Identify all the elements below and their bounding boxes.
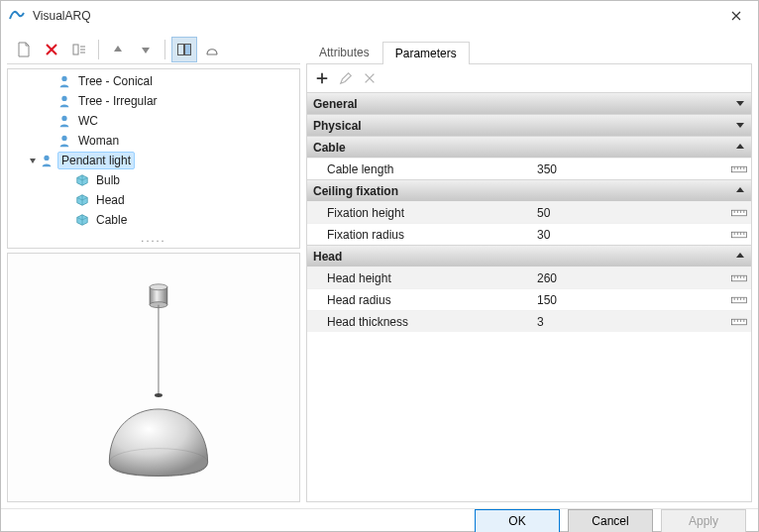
- left-panel: Tree - ConicalTree - IrregularWCWomanPen…: [7, 35, 300, 502]
- cube-icon: [75, 213, 89, 227]
- parameter-row[interactable]: Head height260: [307, 266, 751, 288]
- toolbar-separator: [98, 40, 99, 59]
- group-label: Cable: [313, 141, 346, 155]
- preview-viewport[interactable]: [7, 253, 300, 502]
- parameter-name: Head radius: [307, 293, 537, 307]
- app-window: VisualARQ: [0, 0, 759, 532]
- svg-rect-16: [731, 232, 746, 238]
- tree-item-label: Cable: [93, 212, 130, 228]
- tab-bar: Attributes Parameters: [306, 39, 752, 64]
- tab-attributes[interactable]: Attributes: [306, 41, 382, 63]
- window-close-button[interactable]: [714, 1, 758, 31]
- parameter-value[interactable]: 350: [537, 162, 727, 176]
- expand-arrow-icon[interactable]: [61, 213, 75, 227]
- edit-parameter-button[interactable]: [335, 67, 357, 89]
- svg-rect-2: [185, 44, 191, 54]
- tree-item-label: Tree - Irregular: [75, 93, 161, 109]
- parameter-name: Head thickness: [307, 315, 537, 329]
- parameter-group-header[interactable]: Physical: [307, 114, 751, 136]
- parameter-value[interactable]: 150: [537, 293, 727, 307]
- tree-item[interactable]: Woman: [8, 131, 299, 151]
- expand-arrow-icon[interactable]: [61, 193, 75, 207]
- svg-rect-18: [731, 297, 746, 303]
- caret-up-icon: [735, 141, 745, 155]
- expand-arrow-icon[interactable]: [44, 114, 57, 128]
- delete-parameter-button[interactable]: [359, 67, 380, 89]
- svg-rect-17: [731, 275, 746, 281]
- parameter-row[interactable]: Head thickness3: [307, 310, 751, 332]
- svg-point-7: [44, 156, 49, 160]
- new-button[interactable]: [11, 37, 37, 62]
- add-parameter-button[interactable]: [311, 67, 333, 89]
- tab-parameters[interactable]: Parameters: [382, 42, 470, 64]
- expand-arrow-icon[interactable]: [44, 134, 57, 148]
- svg-point-6: [61, 136, 66, 141]
- parameter-row[interactable]: Head radius150: [307, 288, 751, 310]
- tree-ellipsis: .....: [8, 232, 299, 244]
- ok-button[interactable]: OK: [475, 509, 560, 532]
- caret-down-icon: [735, 119, 745, 133]
- preview-toggle-button[interactable]: [171, 37, 197, 62]
- parameter-row[interactable]: Fixation height50: [307, 201, 751, 223]
- expand-arrow-icon[interactable]: [61, 173, 75, 187]
- group-label: Head: [313, 250, 342, 264]
- tree-item-label: WC: [75, 113, 101, 129]
- ruler-icon: [727, 208, 751, 218]
- parameter-row[interactable]: Fixation radius30: [307, 223, 751, 245]
- group-label: General: [313, 97, 358, 111]
- toolbar-separator: [164, 40, 165, 59]
- content: Tree - ConicalTree - IrregularWCWomanPen…: [1, 31, 758, 508]
- expand-arrow-icon[interactable]: [26, 154, 40, 167]
- parameter-group-header[interactable]: Cable: [307, 136, 751, 158]
- parameter-group-header[interactable]: Head: [307, 245, 751, 266]
- tree-item[interactable]: Bulb: [8, 170, 299, 190]
- parameter-group-header[interactable]: Ceiling fixation: [307, 179, 751, 201]
- tree-item[interactable]: Tree - Irregular: [8, 91, 299, 111]
- tree-item-label: Bulb: [93, 172, 123, 188]
- caret-up-icon: [735, 184, 745, 198]
- expand-arrow-icon[interactable]: [44, 74, 57, 88]
- group-label: Ceiling fixation: [313, 184, 398, 198]
- person-icon: [57, 114, 71, 128]
- tree-item[interactable]: Head: [8, 190, 299, 210]
- tree-item[interactable]: WC: [8, 111, 299, 131]
- tree-item[interactable]: Pendant light: [8, 151, 299, 170]
- window-title: VisualARQ: [33, 9, 90, 23]
- person-icon: [40, 154, 54, 167]
- svg-point-3: [61, 76, 66, 81]
- parameter-value[interactable]: 50: [537, 206, 727, 220]
- tree-item-label: Tree - Conical: [75, 73, 156, 89]
- move-down-button[interactable]: [133, 37, 159, 62]
- titlebar: VisualARQ: [1, 1, 758, 31]
- rename-button[interactable]: [66, 37, 92, 62]
- ruler-icon: [727, 295, 751, 305]
- tree-item-label: Head: [93, 192, 128, 208]
- person-icon: [57, 94, 71, 108]
- move-up-button[interactable]: [105, 37, 131, 62]
- apply-button[interactable]: Apply: [661, 509, 746, 532]
- group-label: Physical: [313, 119, 362, 133]
- cancel-button[interactable]: Cancel: [568, 509, 653, 532]
- parameters-toolbar: [307, 64, 751, 92]
- svg-rect-0: [73, 45, 78, 54]
- tree-item[interactable]: Cable: [8, 210, 299, 230]
- ruler-icon: [727, 164, 751, 174]
- delete-button[interactable]: [39, 37, 64, 62]
- parameter-group-header[interactable]: General: [307, 92, 751, 114]
- parameter-value[interactable]: 3: [537, 315, 727, 329]
- tree-item[interactable]: Tree - Conical: [8, 71, 299, 91]
- parameter-value[interactable]: 30: [537, 228, 727, 242]
- parameter-name: Fixation radius: [307, 228, 537, 242]
- cube-icon: [75, 173, 89, 187]
- parameter-row[interactable]: Cable length350: [307, 158, 751, 179]
- expand-arrow-icon[interactable]: [44, 94, 57, 108]
- titlebar-left: VisualARQ: [9, 6, 90, 26]
- parameter-value[interactable]: 260: [537, 271, 727, 285]
- wireframe-toggle-button[interactable]: [199, 37, 225, 62]
- caret-down-icon: [735, 97, 745, 111]
- right-panel: Attributes Parameters GeneralPhysicalCab…: [306, 35, 752, 502]
- dialog-footer: OK Cancel Apply: [1, 508, 758, 532]
- person-icon: [57, 74, 71, 88]
- svg-point-4: [61, 96, 66, 101]
- style-tree[interactable]: Tree - ConicalTree - IrregularWCWomanPen…: [7, 68, 300, 249]
